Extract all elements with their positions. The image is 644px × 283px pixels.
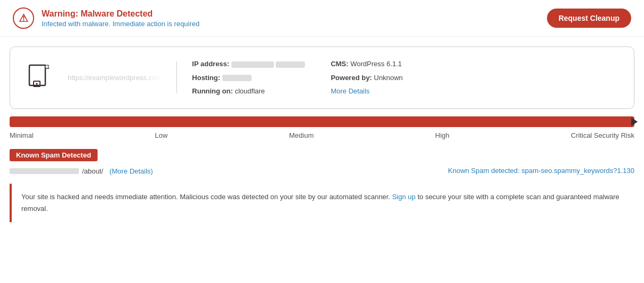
spam-detection-link[interactable]: Known Spam detected: spam-seo.spammy_key…: [448, 167, 634, 175]
spam-url-container: /about/ (More Details): [10, 167, 153, 175]
hosting-blurred: [222, 75, 252, 81]
site-divider: [176, 61, 177, 93]
risk-label-critical: Critical Security Risk: [571, 131, 634, 139]
signup-link[interactable]: Sign up: [392, 193, 415, 201]
hosting-field: Hosting:: [192, 73, 305, 83]
site-url: https://examplewordpress.com: [68, 74, 162, 82]
svg-rect-0: [29, 65, 45, 85]
spam-more-details-link[interactable]: (More Details): [109, 167, 153, 175]
powered-field: Powered by: Unknown: [331, 73, 402, 83]
site-icon-container: [25, 63, 53, 92]
risk-label-low: Low: [155, 131, 168, 139]
warning-text: Warning: Malware Detected Infected with …: [42, 9, 199, 28]
ip-blurred2: [276, 61, 305, 68]
warning-bar: ⚠ Warning: Malware Detected Infected wit…: [0, 0, 644, 37]
svg-point-4: [36, 83, 38, 85]
site-card: https://examplewordpress.com IP address:…: [10, 46, 634, 109]
request-cleanup-button[interactable]: Request Cleanup: [547, 9, 631, 28]
more-details-field: More Details: [331, 86, 402, 97]
risk-bar-container: [10, 116, 634, 127]
risk-label-medium: Medium: [289, 131, 313, 139]
cms-field: CMS: WordPress 6.1.1: [331, 59, 402, 69]
risk-bar-indicator: [631, 117, 638, 126]
site-icon: [25, 63, 53, 91]
info-box: Your site is hacked and needs immediate …: [10, 184, 634, 222]
svg-rect-2: [45, 65, 49, 68]
spam-url-blurred: [10, 168, 79, 174]
risk-label-high: High: [435, 131, 449, 139]
ip-blurred: [231, 61, 274, 68]
warning-title: Warning: Malware Detected: [42, 9, 199, 19]
site-col-left: IP address: Hosting: Running on: cloudfl…: [192, 59, 305, 97]
spam-url-path: /about/: [82, 167, 103, 175]
warning-subtitle: Infected with malware. Immediate action …: [42, 20, 199, 28]
warning-icon: ⚠: [13, 7, 34, 29]
ip-field: IP address:: [192, 59, 305, 69]
spam-badge: Known Spam Detected: [10, 149, 98, 161]
site-details: IP address: Hosting: Running on: cloudfl…: [192, 59, 619, 97]
running-field: Running on: cloudflare: [192, 86, 305, 97]
risk-bar-track: [10, 116, 634, 127]
risk-labels: Minimal Low Medium High Critical Securit…: [10, 131, 634, 139]
site-col-right: CMS: WordPress 6.1.1 Powered by: Unknown…: [331, 59, 402, 97]
spam-section: Known Spam Detected /about/ (More Detail…: [10, 149, 634, 175]
risk-label-minimal: Minimal: [10, 131, 34, 139]
spam-row: /about/ (More Details) Known Spam detect…: [10, 167, 634, 175]
risk-section: Minimal Low Medium High Critical Securit…: [10, 116, 634, 139]
more-details-link[interactable]: More Details: [331, 87, 369, 95]
warning-left: ⚠ Warning: Malware Detected Infected wit…: [13, 7, 199, 29]
